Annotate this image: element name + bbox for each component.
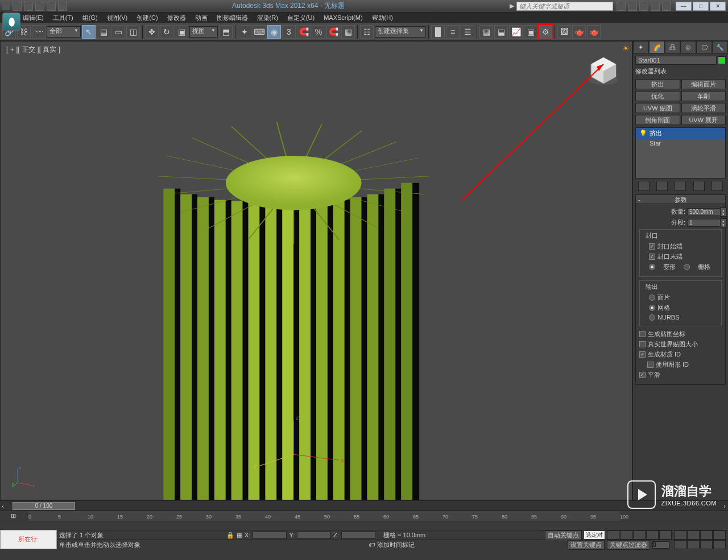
mod-btn-uvwmap[interactable]: UVW 贴图 bbox=[635, 103, 680, 113]
current-frame-input[interactable] bbox=[652, 541, 669, 549]
maxscript-prompt[interactable]: 所在行: bbox=[0, 530, 57, 549]
qat-undo-icon[interactable] bbox=[47, 2, 56, 11]
graphite-toggle-icon[interactable]: ▦ bbox=[479, 25, 493, 39]
goto-end-icon[interactable] bbox=[659, 530, 672, 540]
render-setup-icon[interactable]: ⚙ bbox=[539, 25, 552, 39]
nav-icon[interactable] bbox=[700, 540, 713, 549]
tab-display-icon[interactable]: 🖵 bbox=[696, 41, 712, 53]
nav-icon[interactable] bbox=[687, 540, 700, 549]
object-name-input[interactable] bbox=[635, 56, 717, 65]
timetag-icon[interactable]: 🏷 bbox=[369, 541, 375, 548]
select-object-icon[interactable]: ↖ bbox=[82, 25, 96, 39]
menu-group[interactable]: 组(G) bbox=[82, 14, 98, 22]
nav-icon[interactable] bbox=[687, 530, 700, 540]
smooth-checkbox[interactable]: ✓ bbox=[639, 372, 646, 378]
mod-btn-turbosmooth[interactable]: 涡轮平滑 bbox=[681, 103, 726, 113]
qat-new-icon[interactable] bbox=[13, 2, 22, 11]
useshape-checkbox[interactable] bbox=[647, 362, 653, 368]
cap-end-checkbox[interactable]: ✓ bbox=[649, 254, 655, 260]
app-logo-icon[interactable]: ⬮ bbox=[2, 13, 20, 31]
mod-btn-bevel-profile[interactable]: 倒角剖面 bbox=[635, 115, 680, 125]
menu-views[interactable]: 视图(V) bbox=[107, 14, 128, 22]
selection-set-dropdown[interactable]: 创建选择集 bbox=[375, 26, 426, 38]
goto-start-icon[interactable] bbox=[607, 530, 619, 540]
remove-modifier-icon[interactable] bbox=[693, 181, 705, 191]
play-icon[interactable] bbox=[633, 530, 646, 540]
edit-named-sel-icon[interactable]: ▦ bbox=[341, 25, 355, 39]
prev-frame-icon[interactable] bbox=[620, 530, 632, 540]
tool-icon[interactable] bbox=[639, 2, 648, 11]
named-sel-icon[interactable]: ☷ bbox=[360, 25, 374, 39]
time-next-icon[interactable]: › bbox=[723, 503, 726, 509]
stack-item-extrude[interactable]: 💡挤出 bbox=[636, 128, 725, 139]
cap-start-checkbox[interactable]: ✓ bbox=[649, 243, 655, 250]
rendered-frame-icon[interactable]: 🫖 bbox=[572, 25, 586, 39]
keyfilter-button[interactable]: 关键点过滤器 bbox=[607, 540, 650, 550]
out-nurbs-radio[interactable] bbox=[649, 314, 655, 321]
help-search-input[interactable] bbox=[516, 2, 613, 11]
rollout-header[interactable]: 参数 bbox=[636, 195, 725, 204]
snap-icon[interactable]: 🧲 bbox=[326, 25, 340, 39]
viewcube[interactable] bbox=[586, 53, 621, 87]
mod-btn-lathe[interactable]: 车削 bbox=[681, 91, 726, 101]
render-frame-icon[interactable]: 🖼 bbox=[557, 25, 571, 39]
angle-snap-icon[interactable]: 3 bbox=[282, 25, 296, 39]
mod-btn-uvw-unwrap[interactable]: UVW 展开 bbox=[681, 115, 726, 125]
menu-customize[interactable]: 自定义(U) bbox=[287, 14, 315, 22]
autokey-button[interactable]: 自动关键点 bbox=[545, 530, 582, 540]
menu-edit[interactable]: 编辑(E) bbox=[23, 14, 44, 22]
snap-toggle-icon[interactable]: ◉ bbox=[267, 25, 281, 39]
keymode-dropdown[interactable]: 选定对 bbox=[584, 531, 605, 539]
help-icon[interactable] bbox=[662, 2, 671, 11]
time-prev-icon[interactable]: ‹ bbox=[0, 503, 6, 509]
time-slider-handle[interactable]: 0 / 100 bbox=[13, 502, 75, 510]
tab-modify-icon[interactable]: 🌈 bbox=[649, 41, 665, 53]
pin-stack-icon[interactable] bbox=[638, 181, 650, 191]
qat-save-icon[interactable] bbox=[35, 2, 44, 11]
configure-sets-icon[interactable] bbox=[712, 181, 723, 191]
align-icon[interactable]: ≡ bbox=[446, 25, 460, 39]
maximize-button[interactable]: □ bbox=[693, 2, 709, 11]
percent-snap-icon[interactable]: 🧲 bbox=[297, 25, 311, 39]
mapping-checkbox[interactable] bbox=[639, 331, 646, 337]
render-production-icon[interactable]: 🫖 bbox=[587, 25, 601, 39]
amount-spinner[interactable]: 500.0mm bbox=[688, 208, 722, 216]
show-end-result-icon[interactable] bbox=[656, 181, 668, 191]
y-input[interactable] bbox=[297, 532, 331, 539]
tool-icon[interactable] bbox=[617, 2, 626, 11]
modifier-stack[interactable]: 💡挤出 Star bbox=[635, 127, 726, 179]
layer-manager-icon[interactable]: ☰ bbox=[461, 25, 474, 39]
select-by-name-icon[interactable]: ▤ bbox=[97, 25, 110, 39]
stack-item-star[interactable]: Star bbox=[636, 139, 725, 148]
modifier-list-dropdown[interactable]: 修改器列表 bbox=[635, 67, 726, 77]
menu-maxscript[interactable]: MAXScript(M) bbox=[324, 14, 362, 21]
schematic-view-icon[interactable]: 📈 bbox=[509, 25, 523, 39]
rotate-icon[interactable]: ↻ bbox=[160, 25, 173, 39]
nav-icon[interactable] bbox=[713, 530, 726, 540]
nav-icon[interactable] bbox=[700, 530, 713, 540]
select-manipulate-icon[interactable]: ✦ bbox=[238, 25, 251, 39]
select-region-rect-icon[interactable]: ▭ bbox=[111, 25, 125, 39]
mod-btn-edit-patch[interactable]: 编辑面片 bbox=[681, 79, 726, 89]
curve-editor-icon[interactable]: ⬓ bbox=[494, 25, 508, 39]
menu-create[interactable]: 创建(C) bbox=[136, 14, 158, 22]
realworld-checkbox[interactable] bbox=[639, 341, 646, 347]
tab-motion-icon[interactable]: ◎ bbox=[680, 41, 696, 53]
morph-radio[interactable] bbox=[649, 264, 655, 270]
lock-icon[interactable]: 🔒 bbox=[226, 532, 234, 539]
add-timetag[interactable]: 添加时间标记 bbox=[377, 541, 415, 549]
coord-display-icon[interactable]: ▦ bbox=[237, 532, 242, 539]
nav-icon[interactable] bbox=[674, 540, 686, 549]
nav-icon[interactable] bbox=[713, 540, 726, 549]
close-button[interactable]: ✕ bbox=[710, 2, 726, 11]
x-input[interactable] bbox=[253, 532, 287, 539]
tab-create-icon[interactable]: ✦ bbox=[633, 41, 649, 53]
move-icon[interactable]: ✥ bbox=[145, 25, 159, 39]
next-frame-icon[interactable] bbox=[646, 530, 659, 540]
time-slider[interactable]: ‹ 0 / 100 › bbox=[0, 500, 728, 511]
trackbar-toggle-icon[interactable]: ⊞ bbox=[0, 511, 27, 521]
selection-filter-dropdown[interactable]: 全部 bbox=[47, 26, 81, 38]
use-pivot-icon[interactable]: ⬒ bbox=[219, 25, 233, 39]
out-mesh-radio[interactable] bbox=[649, 305, 655, 311]
out-patch-radio[interactable] bbox=[649, 294, 655, 301]
